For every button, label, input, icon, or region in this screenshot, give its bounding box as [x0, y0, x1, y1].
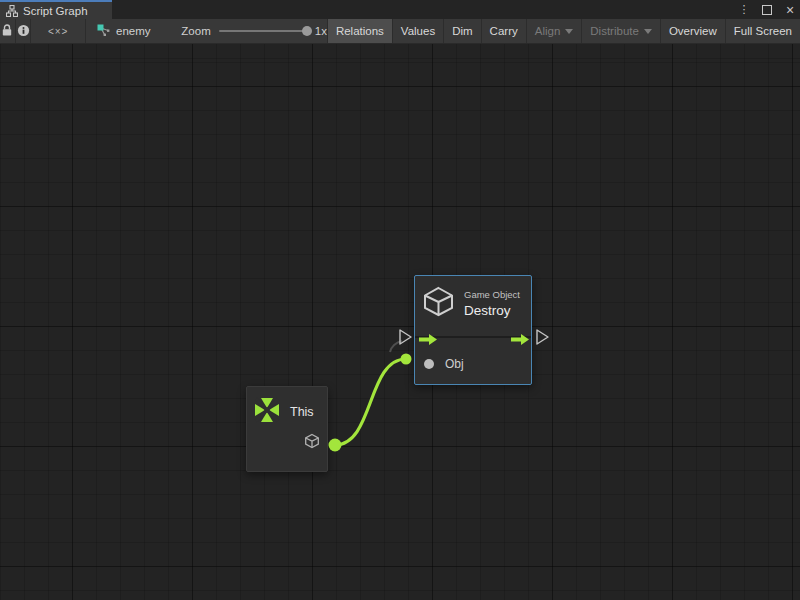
graph-breadcrumb[interactable]: enemy: [86, 19, 151, 43]
graph-toolbar: <×> enemy Zoom 1x Relations: [0, 19, 800, 44]
angle-brackets-x-icon: <×>: [48, 26, 69, 37]
more-menu-icon[interactable]: ⋮: [738, 3, 750, 17]
relations-button[interactable]: Relations: [327, 19, 392, 43]
node-this-title: This: [290, 405, 314, 419]
distribute-dropdown[interactable]: Distribute: [581, 19, 660, 43]
zoom-control: Zoom 1x: [151, 19, 327, 43]
obj-port-label: Obj: [445, 357, 464, 371]
close-icon[interactable]: ×: [784, 3, 796, 17]
game-object-output-port[interactable]: [304, 433, 320, 453]
cube-icon: [422, 286, 455, 321]
window-controls: ⋮ ×: [738, 0, 796, 19]
converge-arrows-icon: [254, 397, 280, 427]
connections-overlay: [0, 44, 800, 600]
overview-button[interactable]: Overview: [660, 19, 725, 43]
wire-end-dot[interactable]: [401, 354, 412, 365]
node-category: Game Object: [464, 289, 520, 300]
hierarchy-graph-icon: [6, 5, 18, 17]
node-destroy[interactable]: Game Object Destroy: [414, 275, 532, 385]
zoom-slider[interactable]: [219, 30, 307, 32]
zoom-to-fit-button[interactable]: <×>: [31, 19, 86, 43]
script-graph-window: Script Graph ⋮ ×: [0, 0, 800, 600]
tab-title: Script Graph: [23, 5, 88, 17]
maximize-icon[interactable]: [761, 3, 773, 17]
control-output-triangle-icon[interactable]: [537, 330, 548, 344]
dim-button[interactable]: Dim: [443, 19, 480, 43]
node-this[interactable]: This: [246, 386, 328, 472]
connection-wire[interactable]: [335, 359, 406, 445]
node-this-header: This: [247, 387, 327, 427]
control-input-triangle-icon[interactable]: [400, 330, 411, 344]
zoom-value: 1x: [315, 25, 327, 37]
graph-canvas[interactable]: This Game Object Dest: [0, 44, 800, 600]
tab-bar: Script Graph ⋮ ×: [0, 0, 800, 19]
control-output-arrow-icon[interactable]: [511, 331, 529, 349]
control-input-arrow-icon[interactable]: [419, 331, 437, 349]
tab-script-graph[interactable]: Script Graph: [0, 0, 112, 19]
control-flow-row: [415, 321, 531, 347]
lock-button[interactable]: [0, 19, 16, 43]
chevron-down-icon: [644, 29, 652, 34]
zoom-slider-handle[interactable]: [302, 26, 312, 36]
chevron-down-icon: [565, 29, 573, 34]
graph-name: enemy: [116, 25, 151, 37]
wire-start-dot[interactable]: [329, 439, 342, 452]
wire-stub: [390, 341, 402, 352]
info-icon: [17, 24, 30, 39]
align-dropdown[interactable]: Align: [526, 19, 582, 43]
node-destroy-body: Obj: [415, 351, 531, 384]
node-title: Destroy: [464, 303, 520, 318]
graph-asset-icon: [97, 24, 111, 39]
toolbar-toggle-group: Relations Values Dim Carry Align Distrib…: [327, 19, 800, 43]
values-button[interactable]: Values: [392, 19, 443, 43]
obj-input-port-row[interactable]: Obj: [415, 351, 531, 371]
node-destroy-header: Game Object Destroy: [415, 276, 531, 321]
zoom-label: Zoom: [181, 25, 210, 37]
lock-icon: [1, 23, 13, 39]
carry-button[interactable]: Carry: [481, 19, 526, 43]
full-screen-button[interactable]: Full Screen: [725, 19, 800, 43]
info-button[interactable]: [16, 19, 32, 43]
obj-port-dot[interactable]: [424, 359, 434, 369]
